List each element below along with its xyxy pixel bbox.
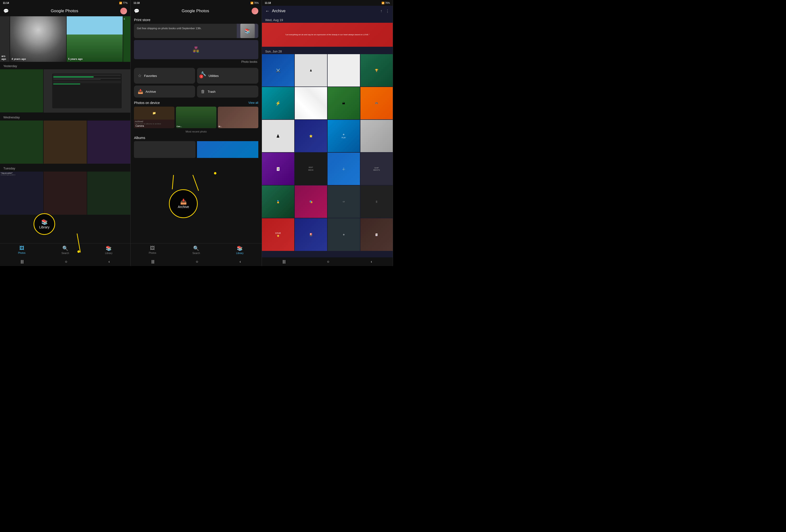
album-2[interactable]: [197, 141, 258, 158]
print-store: Print store Get free shipping on photo b…: [131, 16, 261, 66]
archive-header-left: ← Archive: [265, 9, 286, 14]
archive-item-13[interactable]: 🃏: [262, 153, 294, 185]
archive-date-2: Sun, Jun 28: [262, 48, 393, 54]
panel-photos: 11:14 📶 77% 💬 Google Photos ars ago 4 ye…: [0, 0, 131, 266]
memory-cat[interactable]: 4 years ago: [10, 16, 66, 62]
archive-item-2[interactable]: ♟: [295, 54, 327, 87]
archive-item-14[interactable]: EDITDECK: [295, 153, 327, 185]
nav-photos-1[interactable]: 🖼 Photos: [18, 246, 25, 254]
archive-item-10[interactable]: ⭐: [295, 120, 327, 152]
utilities-label: Utilities: [208, 74, 218, 78]
nav-search-1[interactable]: 🔍 Search: [62, 246, 69, 254]
photo-2[interactable]: [44, 69, 130, 113]
menu-grid: ☆ Favorites 🔧 1 Utilities 📥 Archive 🗑 Tr…: [131, 66, 261, 99]
print-banner[interactable]: Get free shipping on photo books until S…: [134, 24, 258, 38]
device-photo-can[interactable]: Can...: [176, 107, 216, 128]
photo-wed-2[interactable]: [44, 120, 87, 164]
archive-page-title: Archive: [272, 9, 286, 14]
favorites-card[interactable]: ☆ Favorites: [134, 68, 195, 84]
photo-tue-2[interactable]: [44, 171, 87, 215]
archive-item-1[interactable]: ⚔️: [262, 54, 294, 87]
wednesday-photos: [0, 120, 130, 164]
photo-books-label: Photo books: [134, 60, 258, 64]
home-btn-1[interactable]: ○: [65, 259, 67, 264]
more-icon[interactable]: ⋮: [386, 9, 389, 14]
archive-date-1: Wed, Aug 19: [262, 16, 393, 23]
device-photo-m[interactable]: M...: [218, 107, 258, 128]
back-button[interactable]: ←: [265, 9, 270, 14]
archive-item-8[interactable]: 🎮: [361, 87, 393, 119]
utilities-card[interactable]: 🔧 1 Utilities: [197, 68, 258, 84]
archive-item-3[interactable]: [328, 54, 360, 87]
avatar-2[interactable]: [252, 8, 258, 15]
bottom-nav-2: 🖼 Photos 🔍 Search 📚 Library: [131, 243, 261, 256]
photo-wed-1[interactable]: [0, 120, 43, 164]
back-btn-3[interactable]: ‹: [371, 259, 372, 264]
photo-1[interactable]: [0, 69, 43, 112]
archive-item-23[interactable]: ⚙: [328, 218, 360, 251]
chat-icon[interactable]: 💬: [3, 8, 9, 14]
memory-partial[interactable]: ars ago: [0, 16, 9, 62]
library-icon-1: 📚: [106, 246, 112, 251]
chat-icon-2[interactable]: 💬: [134, 8, 139, 14]
nav-search-2[interactable]: 🔍 Search: [192, 246, 200, 254]
album-1[interactable]: [134, 141, 195, 158]
home-btn-3[interactable]: ○: [327, 259, 329, 264]
archive-item-18[interactable]: 🎭: [295, 185, 327, 218]
battery-3: 76%: [385, 2, 390, 4]
archive-item-22[interactable]: 🎴: [295, 218, 327, 251]
device-photo-camera[interactable]: 📁 Archived You'll see no albums to archi…: [134, 107, 175, 128]
archive-item-7[interactable]: 🏔: [328, 87, 360, 119]
archive-item-6[interactable]: [295, 87, 327, 119]
avatar-1[interactable]: [120, 8, 127, 15]
status-time-1: 11:14: [3, 2, 9, 4]
nav-photos-label-2: Photos: [149, 252, 156, 254]
archive-item-9[interactable]: ♟: [262, 120, 294, 152]
back-btn-2[interactable]: ‹: [240, 259, 241, 264]
favorites-icon: ☆: [138, 73, 142, 78]
nav-search-label-2: Search: [192, 252, 200, 254]
trash-label: Trash: [208, 90, 215, 93]
archive-item-19[interactable]: UI: [328, 185, 360, 218]
share-icon[interactable]: ↑: [380, 9, 382, 13]
memory-nature[interactable]: 5 years ago: [67, 16, 123, 62]
memory-label-0: ars ago: [1, 55, 9, 61]
recents-btn-1[interactable]: |||: [21, 259, 23, 264]
panel-archive: 11:18 📶 76% ← Archive ↑ ⋮ Wed, Aug 19 "L…: [262, 0, 393, 266]
archive-card[interactable]: 📥 Archive: [134, 86, 195, 97]
status-icons-1: 📶 77%: [119, 2, 128, 4]
photo-tue-1[interactable]: "I beg your pardon?" is the British Engl…: [0, 171, 43, 215]
photos-icon-2: 🖼: [150, 246, 155, 251]
archive-item-12[interactable]: [361, 120, 393, 152]
home-btn-2[interactable]: ○: [196, 259, 198, 264]
search-icon-1: 🔍: [62, 246, 68, 251]
archive-item-20[interactable]: ▓: [361, 185, 393, 218]
albums-section: Albums: [131, 134, 261, 159]
photo-tue-3[interactable]: [87, 171, 130, 215]
back-btn-1[interactable]: ‹: [109, 259, 110, 264]
archive-item-24[interactable]: 🃏: [361, 218, 393, 251]
print-banner-text: Get free shipping on photo books until S…: [134, 24, 236, 38]
nav-library-1[interactable]: 📚 Library: [105, 246, 113, 254]
archive-folder-label: Archived: [135, 120, 174, 123]
archive-item-16[interactable]: SHIPMENTS: [361, 153, 393, 185]
status-icons-2: 📶 76%: [250, 2, 259, 4]
archive-item-17[interactable]: 🏅: [262, 185, 294, 218]
android-nav-3: ||| ○ ‹: [262, 257, 393, 266]
archive-item-11[interactable]: ✈PLAY: [328, 120, 360, 152]
archive-quote-thumb[interactable]: "Let everything we do and say be an expr…: [262, 23, 393, 47]
recents-btn-3[interactable]: |||: [282, 259, 285, 264]
view-all-btn[interactable]: View all: [249, 101, 258, 105]
archive-item-15[interactable]: ⚓: [328, 153, 360, 185]
nav-library-2[interactable]: 📚 Library: [236, 246, 244, 254]
archive-annotation-circle: 📥 Archive: [169, 189, 198, 218]
archive-item-21[interactable]: STAR⭐: [262, 218, 294, 251]
trash-card[interactable]: 🗑 Trash: [197, 86, 258, 97]
archive-item-4[interactable]: 🏆: [361, 54, 393, 87]
archive-item-5[interactable]: ⚡: [262, 87, 294, 119]
photo-wed-3[interactable]: [87, 120, 130, 164]
memory-extra[interactable]: 6: [123, 16, 130, 62]
recents-btn-2[interactable]: |||: [152, 259, 154, 264]
photos-icon: 🖼: [19, 246, 24, 251]
nav-photos-2[interactable]: 🖼 Photos: [149, 246, 156, 254]
